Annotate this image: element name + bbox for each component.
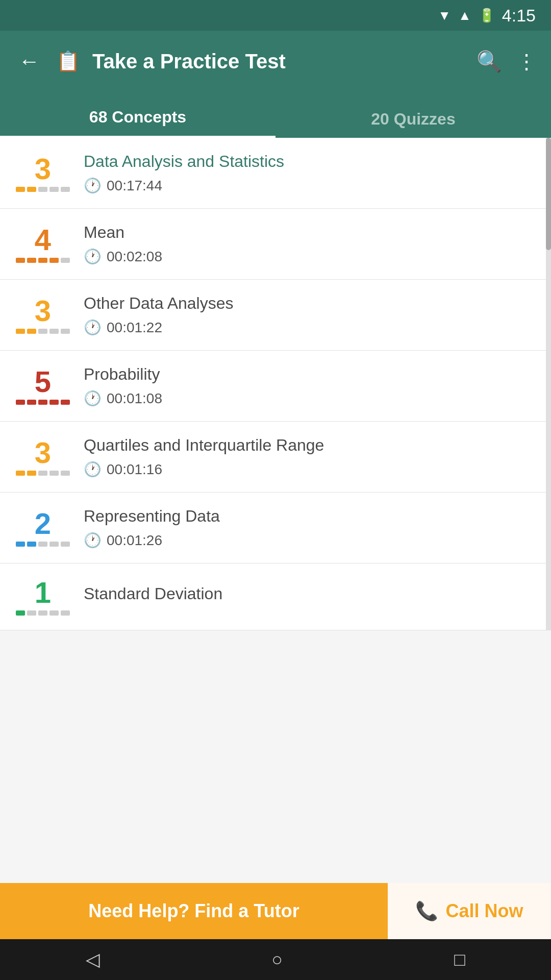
bar-filled (61, 400, 70, 405)
score-number: 1 (35, 578, 51, 607)
item-time: 🕐 00:17:44 (84, 177, 536, 194)
score-area: 3 (12, 296, 73, 334)
list-item[interactable]: 5 Probability 🕐 00:01:08 (0, 351, 551, 422)
tab-quizzes[interactable]: 20 Quizzes (276, 110, 551, 138)
score-number: 4 (35, 225, 51, 255)
time-value: 00:02:08 (107, 249, 162, 265)
scrollbar-thumb (546, 138, 551, 250)
bar-filled (27, 329, 36, 334)
bar-filled (27, 471, 36, 476)
item-title: Representing Data (84, 507, 536, 526)
status-icons: ▼ ▲ 🔋 4:15 (438, 6, 536, 26)
score-number: 2 (35, 509, 51, 538)
scrollbar[interactable] (546, 138, 551, 630)
list-item[interactable]: 3 Data Analysis and Statistics 🕐 00:17:4… (0, 138, 551, 209)
bar-empty (38, 329, 47, 334)
bar-empty (61, 187, 70, 192)
find-tutor-button[interactable]: Need Help? Find a Tutor (0, 883, 388, 939)
bar-filled (16, 471, 25, 476)
call-now-text: Call Now (445, 900, 523, 922)
list-item[interactable]: 3 Quartiles and Interquartile Range 🕐 00… (0, 422, 551, 493)
score-bars (16, 542, 70, 547)
clock-icon: 🕐 (84, 248, 102, 265)
item-info: Quartiles and Interquartile Range 🕐 00:0… (73, 436, 536, 478)
item-time: 🕐 00:01:16 (84, 461, 536, 478)
bar-empty (61, 471, 70, 476)
item-time: 🕐 00:01:26 (84, 532, 536, 549)
document-icon: 📋 (56, 50, 80, 72)
score-area: 5 (12, 367, 73, 405)
bar-empty (49, 542, 59, 547)
nav-home-button[interactable]: ○ (271, 949, 283, 970)
score-number: 3 (35, 154, 51, 184)
score-bars (16, 187, 70, 192)
app-bar: ← 📋 Take a Practice Test 🔍 ⋮ (0, 31, 551, 92)
bar-filled (49, 258, 59, 263)
score-area: 4 (12, 225, 73, 263)
bar-empty (38, 471, 47, 476)
list-item[interactable]: 3 Other Data Analyses 🕐 00:01:22 (0, 280, 551, 351)
bar-filled (27, 187, 36, 192)
score-bars (16, 329, 70, 334)
item-title: Standard Deviation (84, 584, 536, 603)
signal-icon: ▲ (458, 8, 471, 23)
page-title: Take a Practice Test (92, 50, 464, 73)
score-bars (16, 258, 70, 263)
back-button[interactable]: ← (14, 45, 44, 78)
score-area: 3 (12, 438, 73, 476)
time-value: 00:17:44 (107, 178, 162, 194)
bar-empty (49, 187, 59, 192)
status-bar: ▼ ▲ 🔋 4:15 (0, 0, 551, 31)
bar-filled (16, 258, 25, 263)
nav-recent-button[interactable]: □ (454, 949, 465, 970)
score-number: 3 (35, 438, 51, 468)
phone-icon: 📞 (415, 900, 438, 922)
bar-filled (16, 329, 25, 334)
clock-icon: 🕐 (84, 177, 102, 194)
battery-icon: 🔋 (479, 8, 495, 23)
find-tutor-text: Need Help? Find a Tutor (88, 900, 299, 922)
item-info: Data Analysis and Statistics 🕐 00:17:44 (73, 152, 536, 194)
score-number: 5 (35, 367, 51, 397)
bar-filled (27, 542, 36, 547)
tab-concepts[interactable]: 68 Concepts (0, 108, 276, 138)
item-time: 🕐 00:01:08 (84, 390, 536, 407)
item-time: 🕐 00:02:08 (84, 248, 536, 265)
time-value: 00:01:26 (107, 532, 162, 549)
bar-empty (61, 610, 70, 616)
bottom-banner: Need Help? Find a Tutor 📞 Call Now (0, 883, 551, 939)
bar-filled (27, 400, 36, 405)
list-item[interactable]: 2 Representing Data 🕐 00:01:26 (0, 493, 551, 564)
clock-icon: 🕐 (84, 532, 102, 549)
wifi-icon: ▼ (438, 8, 451, 23)
item-info: Standard Deviation (73, 584, 536, 609)
bar-empty (38, 187, 47, 192)
bar-empty (49, 329, 59, 334)
bar-filled (38, 258, 47, 263)
bar-empty (61, 329, 70, 334)
list-item[interactable]: 4 Mean 🕐 00:02:08 (0, 209, 551, 280)
item-info: Probability 🕐 00:01:08 (73, 365, 536, 407)
nav-back-button[interactable]: ◁ (86, 949, 100, 970)
score-bars (16, 610, 70, 616)
bar-empty (61, 258, 70, 263)
bar-empty (61, 542, 70, 547)
item-info: Mean 🕐 00:02:08 (73, 223, 536, 265)
bar-filled (38, 400, 47, 405)
more-options-button[interactable]: ⋮ (516, 50, 537, 73)
list-item[interactable]: 1 Standard Deviation (0, 564, 551, 630)
content-area: 3 Data Analysis and Statistics 🕐 00:17:4… (0, 138, 551, 630)
item-info: Representing Data 🕐 00:01:26 (73, 507, 536, 549)
app-bar-actions: 🔍 ⋮ (477, 50, 537, 74)
bar-empty (49, 471, 59, 476)
call-now-button[interactable]: 📞 Call Now (388, 883, 551, 939)
score-bars (16, 471, 70, 476)
clock-icon: 🕐 (84, 390, 102, 407)
score-area: 2 (12, 509, 73, 547)
bar-filled (16, 542, 25, 547)
status-time: 4:15 (502, 6, 536, 26)
item-title: Mean (84, 223, 536, 242)
search-button[interactable]: 🔍 (477, 50, 502, 74)
item-info: Other Data Analyses 🕐 00:01:22 (73, 294, 536, 336)
bar-filled (49, 400, 59, 405)
